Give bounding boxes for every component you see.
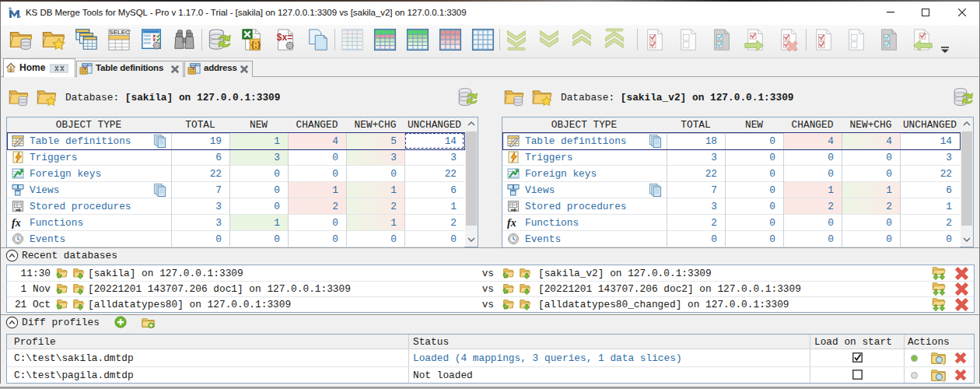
svg-text:SELECT: SELECT [109, 29, 131, 36]
svg-text:{;}: {;} [251, 40, 261, 49]
svg-text:$x=: $x= [277, 32, 293, 43]
svg-text:fx: fx [12, 217, 21, 229]
svg-text:fx: fx [507, 217, 516, 229]
